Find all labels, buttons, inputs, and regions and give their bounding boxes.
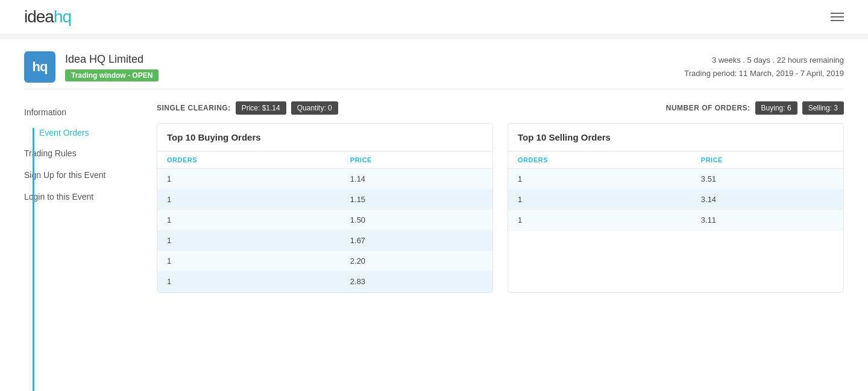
buying-orders-cell: 1 <box>157 251 341 272</box>
sidebar-item-signup[interactable]: Sign Up for this Event <box>24 164 145 186</box>
clearing-right: NUMBER OF ORDERS: Buying: 6 Selling: 3 <box>666 101 844 115</box>
sidebar-item-information[interactable]: Information <box>24 101 145 123</box>
buying-badge: Buying: 6 <box>755 101 797 115</box>
subheader-band <box>0 34 868 39</box>
trading-window-badge: Trading window - OPEN <box>65 69 159 81</box>
quantity-badge: Quantity: 0 <box>291 101 338 115</box>
buying-price-cell: 1.15 <box>341 189 492 210</box>
selling-orders-cell: 1 <box>508 169 691 189</box>
selling-table: ORDERS PRICE 13.5113.1413.11 <box>508 151 843 230</box>
buying-table-row: 12.83 <box>157 272 492 292</box>
selling-col-price: PRICE <box>691 151 843 169</box>
price-badge: Price: $1.14 <box>236 101 286 115</box>
company-left: hq Idea HQ Limited Trading window - OPEN <box>24 51 159 83</box>
buying-price-cell: 1.14 <box>341 169 492 189</box>
logo-text: ideahq <box>24 7 71 27</box>
buying-table-row: 11.15 <box>157 189 492 210</box>
hamburger-menu[interactable] <box>831 13 844 21</box>
time-remaining: 3 weeks . 5 days . 22 hours remaining <box>684 54 844 67</box>
selling-table-row: 13.51 <box>508 169 843 189</box>
sidebar: Information Event Orders Trading Rules S… <box>24 95 145 293</box>
tables-row: Top 10 Buying Orders ORDERS PRICE 11.141… <box>157 123 844 293</box>
sidebar-item-trading-rules[interactable]: Trading Rules <box>24 142 145 164</box>
buying-price-cell: 2.20 <box>341 251 492 272</box>
company-right: 3 weeks . 5 days . 22 hours remaining Tr… <box>684 54 844 80</box>
buying-orders-cell: 1 <box>157 210 341 230</box>
selling-table-row: 13.14 <box>508 189 843 210</box>
selling-badge: Selling: 3 <box>802 101 844 115</box>
selling-price-cell: 3.14 <box>691 189 843 210</box>
buying-orders-cell: 1 <box>157 189 341 210</box>
selling-price-cell: 3.11 <box>691 210 843 230</box>
orders-label: NUMBER OF ORDERS: <box>666 104 750 112</box>
company-info: Idea HQ Limited Trading window - OPEN <box>65 53 159 81</box>
trading-period: Trading period: 11 March, 2019 - 7 April… <box>684 67 844 80</box>
selling-table-row: 13.11 <box>508 210 843 230</box>
buying-orders-cell: 1 <box>157 272 341 292</box>
buying-orders-cell: 1 <box>157 230 341 251</box>
logo-idea: idea <box>24 7 54 26</box>
company-icon: hq <box>24 51 55 83</box>
company-icon-text: hq <box>33 59 48 75</box>
buying-price-cell: 1.50 <box>341 210 492 230</box>
buying-table-row: 11.67 <box>157 230 492 251</box>
sidebar-item-event-orders[interactable]: Event Orders <box>24 123 145 142</box>
selling-table-container: Top 10 Selling Orders ORDERS PRICE 13.51… <box>508 123 844 293</box>
content-area: SINGLE CLEARING: Price: $1.14 Quantity: … <box>145 95 844 293</box>
buying-price-cell: 2.83 <box>341 272 492 292</box>
selling-table-title: Top 10 Selling Orders <box>508 124 843 151</box>
selling-price-cell: 3.51 <box>691 169 843 189</box>
logo-hq: hq <box>54 7 71 26</box>
selling-orders-cell: 1 <box>508 189 691 210</box>
main-layout: Information Event Orders Trading Rules S… <box>0 95 868 293</box>
clearing-label: SINGLE CLEARING: <box>157 104 231 112</box>
selling-orders-cell: 1 <box>508 210 691 230</box>
sidebar-item-login[interactable]: Login to this Event <box>24 186 145 208</box>
company-section: hq Idea HQ Limited Trading window - OPEN… <box>0 39 868 89</box>
buying-table: ORDERS PRICE 11.1411.1511.5011.6712.2012… <box>157 151 492 292</box>
header: ideahq <box>0 0 868 34</box>
buying-table-row: 11.14 <box>157 169 492 189</box>
logo[interactable]: ideahq <box>24 7 71 27</box>
buying-col-orders: ORDERS <box>157 151 341 169</box>
clearing-bar: SINGLE CLEARING: Price: $1.14 Quantity: … <box>157 95 844 123</box>
buying-price-cell: 1.67 <box>341 230 492 251</box>
buying-orders-cell: 1 <box>157 169 341 189</box>
clearing-left: SINGLE CLEARING: Price: $1.14 Quantity: … <box>157 101 338 115</box>
company-name: Idea HQ Limited <box>65 53 159 66</box>
buying-table-title: Top 10 Buying Orders <box>157 124 492 151</box>
section-divider <box>24 89 844 89</box>
selling-col-orders: ORDERS <box>508 151 691 169</box>
buying-table-row: 12.20 <box>157 251 492 272</box>
buying-col-price: PRICE <box>341 151 492 169</box>
buying-table-container: Top 10 Buying Orders ORDERS PRICE 11.141… <box>157 123 493 293</box>
buying-table-row: 11.50 <box>157 210 492 230</box>
